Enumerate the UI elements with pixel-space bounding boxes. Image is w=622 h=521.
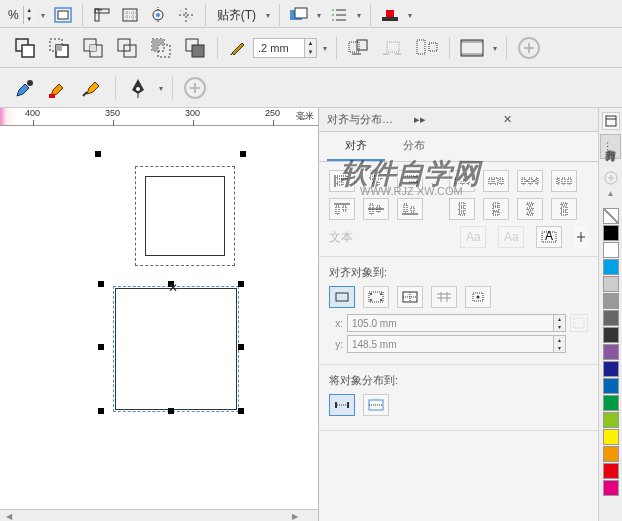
x-coordinate-input[interactable] (348, 315, 553, 331)
selection-handle[interactable] (95, 151, 101, 157)
options-icon[interactable] (287, 3, 311, 27)
color-swatch[interactable] (603, 327, 619, 343)
color-swatch[interactable] (603, 480, 619, 496)
align-bottom-button[interactable] (397, 198, 423, 220)
convert-to-curves-icon[interactable] (344, 33, 374, 63)
paint-eyedropper-icon[interactable] (44, 73, 74, 103)
color-swatch[interactable] (603, 412, 619, 428)
canvas-area[interactable]: 400 350 300 250 毫米 ✕ ◀▶ (0, 108, 318, 521)
x-spinner[interactable]: ▴▾ (553, 315, 565, 331)
pen-tool-icon[interactable] (123, 73, 153, 103)
align-to-page-center-button[interactable] (397, 286, 423, 308)
outline-pen-icon[interactable] (225, 36, 249, 60)
add-button[interactable] (514, 33, 544, 63)
selection-handle[interactable] (238, 281, 244, 287)
trim-icon[interactable] (44, 33, 74, 63)
grid-icon[interactable] (118, 3, 142, 27)
simplify-icon[interactable] (112, 33, 142, 63)
zoom-spinner[interactable]: ▲▼ (23, 6, 35, 24)
distribute-top-button[interactable] (449, 198, 475, 220)
selection-handle[interactable] (238, 408, 244, 414)
distribute-center-h-button[interactable] (483, 170, 509, 192)
selection-handle[interactable] (98, 408, 104, 414)
selection-handle[interactable] (238, 344, 244, 350)
y-coordinate-input[interactable] (348, 336, 553, 352)
color-swatch[interactable] (603, 259, 619, 275)
snap-dropdown[interactable]: ▾ (264, 8, 272, 22)
distribute-center-v-button[interactable] (483, 198, 509, 220)
y-spinner[interactable]: ▴▾ (553, 336, 565, 352)
rotation-handle[interactable]: ✕ (168, 281, 174, 287)
horizontal-scrollbar[interactable]: ◀▶ (0, 509, 318, 521)
distribute-to-selection-button[interactable] (329, 394, 355, 416)
selection-handle[interactable] (98, 281, 104, 287)
palette-up-button[interactable]: ▲ (607, 189, 615, 198)
options-dropdown[interactable]: ▾ (315, 8, 323, 22)
outline-width-field[interactable] (254, 42, 304, 54)
align-right-button[interactable] (397, 170, 423, 192)
color-swatch[interactable] (603, 344, 619, 360)
color-swatch[interactable] (603, 463, 619, 479)
eyedropper-icon[interactable] (10, 73, 40, 103)
launch-dropdown[interactable]: ▾ (406, 8, 414, 22)
guides-icon[interactable] (146, 3, 170, 27)
pen-dropdown[interactable]: ▾ (157, 81, 165, 95)
full-screen-icon[interactable] (51, 3, 75, 27)
add-tool-button[interactable] (180, 73, 210, 103)
color-swatch[interactable] (603, 225, 619, 241)
selection-handle[interactable] (168, 408, 174, 414)
snap-label[interactable]: 贴齐(T) (213, 5, 260, 26)
attributes-eyedropper-icon[interactable] (78, 73, 108, 103)
align-to-page-edge-button[interactable] (363, 286, 389, 308)
add-palette-button[interactable] (602, 169, 620, 187)
dock-tab-align[interactable]: 对齐与分布… (600, 134, 621, 159)
launch-icon[interactable] (378, 3, 402, 27)
dock-toggle-button[interactable] (602, 112, 620, 130)
filmstrip-icon[interactable] (457, 33, 487, 63)
outline-dropdown[interactable]: ▾ (321, 41, 329, 55)
break-apart-icon[interactable] (378, 33, 408, 63)
filmstrip-dropdown[interactable]: ▾ (491, 41, 499, 55)
align-distribute-icon[interactable] (412, 33, 442, 63)
selection-handle[interactable] (98, 344, 104, 350)
align-left-button[interactable] (329, 170, 355, 192)
rulers-icon[interactable] (90, 3, 114, 27)
selected-shape-bottom[interactable] (115, 288, 237, 410)
distribute-bottom-button[interactable] (551, 198, 577, 220)
collapse-button[interactable]: ▸▸ (411, 113, 501, 126)
front-minus-back-icon[interactable] (146, 33, 176, 63)
align-center-v-button[interactable] (363, 198, 389, 220)
color-swatch[interactable] (603, 242, 619, 258)
distribute-right-button[interactable] (551, 170, 577, 192)
back-minus-front-icon[interactable] (180, 33, 210, 63)
selection-handle[interactable] (240, 151, 246, 157)
combine-icon[interactable] (10, 33, 40, 63)
text-outline-button[interactable] (574, 226, 588, 248)
outline-width-input[interactable]: ▲▼ (253, 38, 317, 58)
distribute-to-page-button[interactable] (363, 394, 389, 416)
color-swatch[interactable] (603, 361, 619, 377)
align-center-h-button[interactable] (363, 170, 389, 192)
no-color-swatch[interactable] (603, 208, 619, 224)
color-swatch[interactable] (603, 310, 619, 326)
text-bounds-button[interactable]: A (536, 226, 562, 248)
align-to-grid-button[interactable] (431, 286, 457, 308)
distribute-spacing-h-button[interactable] (517, 170, 543, 192)
checklist-dropdown[interactable]: ▾ (355, 8, 363, 22)
color-swatch[interactable] (603, 276, 619, 292)
align-to-point-button[interactable] (465, 286, 491, 308)
align-to-active-button[interactable] (329, 286, 355, 308)
intersect-icon[interactable] (78, 33, 108, 63)
color-swatch[interactable] (603, 446, 619, 462)
dynamic-guides-icon[interactable] (174, 3, 198, 27)
color-swatch[interactable] (603, 293, 619, 309)
outline-spinner[interactable]: ▲▼ (304, 39, 316, 57)
close-panel-button[interactable]: ✕ (500, 113, 590, 126)
align-top-button[interactable] (329, 198, 355, 220)
tab-align[interactable]: 对齐 (327, 132, 385, 161)
checklist-icon[interactable] (327, 3, 351, 27)
color-swatch[interactable] (603, 429, 619, 445)
tab-distribute[interactable]: 分布 (385, 132, 443, 161)
color-swatch[interactable] (603, 395, 619, 411)
zoom-dropdown[interactable]: ▾ (39, 8, 47, 22)
